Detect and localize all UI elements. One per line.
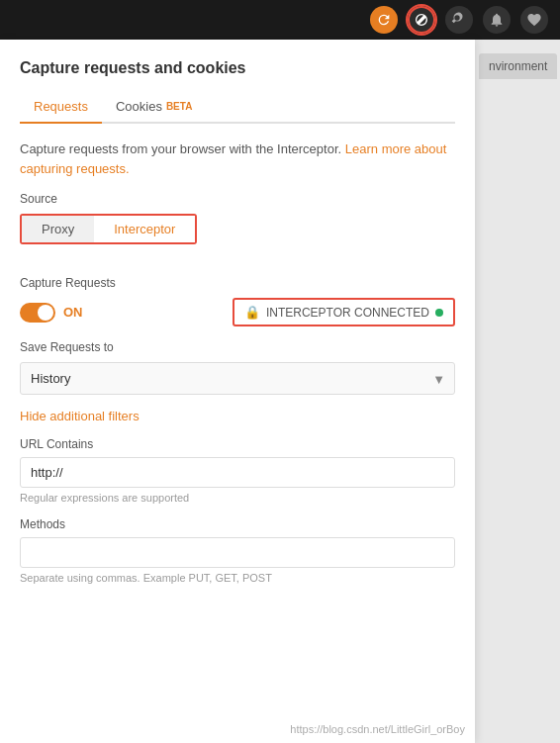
proxy-button[interactable]: Proxy [22,216,94,242]
url-contains-section: URL Contains Regular expressions are sup… [20,437,455,504]
source-buttons: Proxy Interceptor [20,214,197,244]
save-requests-section: Save Requests to History Collection Exam… [20,340,455,395]
hide-filters-link[interactable]: Hide additional filters [20,409,140,423]
sync-icon[interactable] [370,6,398,34]
save-dropdown[interactable]: History Collection Examples [20,362,455,395]
save-dropdown-wrapper: History Collection Examples ▼ [20,362,455,395]
tab-cookies[interactable]: Cookies BETA [102,93,206,122]
interceptor-badge: 🔒 INTERCEPTOR CONNECTED [233,298,455,326]
interceptor-button[interactable]: Interceptor [94,216,195,242]
panel-title: Capture requests and cookies [20,59,455,77]
save-requests-label: Save Requests to [20,340,455,354]
beta-badge: BETA [166,101,192,112]
url-input[interactable] [20,457,455,488]
main-content: Capture requests and cookies Requests Co… [0,40,560,743]
bell-icon[interactable] [483,6,511,34]
interceptor-icon[interactable] [408,6,435,34]
tabs: Requests Cookies BETA [20,93,455,124]
heart-icon[interactable] [520,6,548,34]
url-hint: Regular expressions are supported [20,492,455,504]
watermark: https://blog.csdn.net/LittleGirl_orBoy [290,723,465,735]
methods-hint: Separate using commas. Example PUT, GET,… [20,572,455,584]
interceptor-connected-text: INTERCEPTOR CONNECTED [266,306,429,320]
connected-dot [435,309,443,317]
methods-input[interactable] [20,537,455,568]
top-bar [0,0,560,40]
toggle-row: ON [20,303,83,323]
capture-row: ON 🔒 INTERCEPTOR CONNECTED [20,298,455,326]
capture-requests-section: Capture Requests ON 🔒 INTERCEPTOR CONNEC… [20,276,455,326]
environment-tab[interactable]: nvironment [479,53,557,79]
methods-section: Methods Separate using commas. Example P… [20,517,455,584]
source-label: Source [20,192,455,206]
description: Capture requests from your browser with … [20,139,455,178]
methods-label: Methods [20,517,455,531]
capture-panel: Capture requests and cookies Requests Co… [0,40,475,743]
toggle-label: ON [63,305,83,320]
url-contains-label: URL Contains [20,437,455,451]
lock-icon: 🔒 [244,305,260,320]
right-sidebar: nvironment [475,40,560,743]
wrench-icon[interactable] [445,6,473,34]
capture-toggle[interactable] [20,303,55,323]
capture-requests-label: Capture Requests [20,276,455,290]
tab-requests[interactable]: Requests [20,93,102,124]
